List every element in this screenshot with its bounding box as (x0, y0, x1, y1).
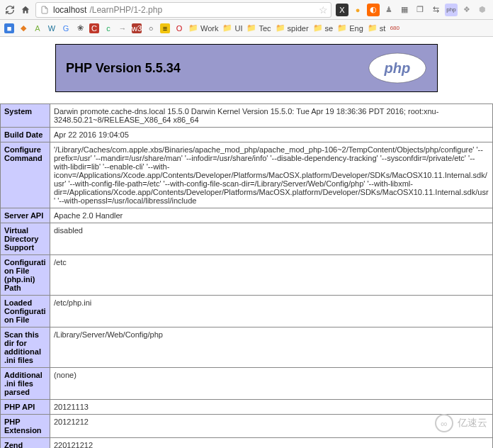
info-value: /etc (50, 255, 493, 296)
opera-icon: O (174, 23, 184, 33)
url-host: localhost (53, 5, 86, 15)
bookmark-google[interactable]: G (61, 23, 71, 33)
table-row: Build DateApr 22 2016 19:04:05 (1, 128, 493, 142)
page-icon (39, 4, 50, 16)
bookmark-folder-eng[interactable]: 📁Eng (337, 23, 363, 33)
arrows-icon[interactable]: ⇆ (429, 4, 442, 16)
home-icon[interactable] (20, 4, 31, 16)
info-key: System (1, 104, 50, 128)
bookmark-star-icon[interactable]: ☆ (319, 4, 328, 16)
bookmark-folder-st[interactable]: 📁st (368, 23, 386, 33)
folder-ui-icon: 📁 (222, 23, 232, 33)
url-path: /LearnPHP/1-2.php (89, 5, 316, 15)
phpinfo-header: PHP Version 5.5.34 php (55, 44, 438, 92)
bookmark-label: Eng (349, 24, 363, 33)
svg-text:php: php (384, 60, 411, 76)
bookmark-label: spider (288, 24, 309, 33)
bookmark-blue-sq[interactable]: ■ (4, 23, 14, 33)
bookmark-label: se (325, 24, 334, 33)
c-green-icon: c (103, 23, 113, 33)
info-value: '/Library/Caches/com.apple.xbs/Binaries/… (50, 142, 493, 208)
table-row: Additional .ini files parsed(none) (1, 368, 493, 400)
info-value: 20121113 (50, 400, 493, 415)
php-icon[interactable]: php (445, 4, 458, 16)
info-key: PHP Extension (1, 415, 50, 438)
table-row: Scan this dir for additional .ini files/… (1, 327, 493, 368)
grey2-icon[interactable]: ⬢ (476, 4, 489, 16)
grid-icon[interactable]: ▦ (398, 4, 411, 16)
php-version-title: PHP Version 5.5.34 (66, 61, 181, 76)
info-value: Apr 22 2016 19:04:05 (50, 128, 493, 142)
info-value: Darwin promote.cache-dns.local 15.5.0 Da… (50, 104, 493, 128)
bookmark-opera[interactable]: O (174, 23, 184, 33)
table-row: Configuration File (php.ini) Path/etc (1, 255, 493, 296)
bookmark-yellow[interactable]: ≡ (160, 23, 170, 33)
paint-icon: ❀ (75, 23, 85, 33)
folder-st-icon: 📁 (368, 23, 378, 33)
info-key: Virtual Directory Support (1, 223, 50, 255)
table-row: SystemDarwin promote.cache-dns.local 15.… (1, 104, 493, 128)
phpinfo-table: SystemDarwin promote.cache-dns.local 15.… (0, 103, 493, 448)
bookmark-label: st (380, 24, 386, 33)
bookmark-folder-tec[interactable]: 📁Tec (246, 23, 271, 33)
php-logo-icon: php (368, 52, 427, 84)
x-ext-icon[interactable]: X (336, 4, 348, 16)
folder-work-icon: 📁 (188, 23, 198, 33)
orange-slash-icon[interactable]: ◐ (367, 4, 380, 16)
reload-icon[interactable] (4, 4, 16, 16)
info-key: Scan this dir for additional .ini files (1, 327, 50, 368)
bookmark-diamond[interactable]: ◆ (18, 23, 28, 33)
bookmark-folder-ui[interactable]: 📁UI (222, 23, 242, 33)
folder-se-icon: 📁 (313, 23, 323, 33)
orange-circle-icon[interactable]: ● (351, 4, 364, 16)
info-value: Apache 2.0 Handler (50, 208, 493, 223)
info-value: disabled (50, 223, 493, 255)
info-key: Zend Extension (1, 438, 50, 449)
chess-icon[interactable]: ♟ (382, 4, 395, 16)
bookmark-red680[interactable]: 680 (390, 23, 400, 33)
bookmark-github[interactable]: ○ (146, 23, 156, 33)
info-value: 220121212 (50, 438, 493, 449)
diamond-icon: ◆ (18, 23, 28, 33)
table-row: Configure Command'/Library/Caches/com.ap… (1, 142, 493, 208)
bookmark-folder-se[interactable]: 📁se (313, 23, 334, 33)
folder-tec-icon: 📁 (246, 23, 256, 33)
github-icon: ○ (146, 23, 156, 33)
bookmarks-bar: ■◆AWG❀Cc→w3○≡O📁Work📁UI📁Tec📁spider📁se📁Eng… (0, 20, 493, 37)
watermark: ∞ 亿速云 (435, 414, 487, 432)
info-key: Configure Command (1, 142, 50, 208)
info-value: (none) (50, 368, 493, 400)
watermark-icon: ∞ (435, 414, 453, 432)
info-value: 20121212 (50, 415, 493, 438)
bookmark-w3[interactable]: w3 (132, 23, 142, 33)
table-row: PHP API20121113 (1, 400, 493, 415)
bookmark-arrow[interactable]: → (118, 23, 128, 33)
info-key: Configuration File (php.ini) Path (1, 255, 50, 296)
info-key: Additional .ini files parsed (1, 368, 50, 400)
bookmark-paint[interactable]: ❀ (75, 23, 85, 33)
browser-nav-bar: localhost/LearnPHP/1-2.php ☆ X●◐♟▦❐⇆php❖… (0, 0, 493, 20)
info-key: PHP API (1, 400, 50, 415)
bookmark-folder-work[interactable]: 📁Work (188, 23, 218, 33)
folder-spider-icon: 📁 (276, 23, 285, 33)
bookmark-android[interactable]: A (33, 23, 42, 33)
url-bar[interactable]: localhost/LearnPHP/1-2.php ☆ (35, 2, 332, 18)
table-row: Zend Extension220121212 (1, 438, 493, 449)
table-row: Virtual Directory Supportdisabled (1, 223, 493, 255)
table-row: Loaded Configuration File/etc/php.ini (1, 296, 493, 327)
grey1-icon[interactable]: ❖ (460, 4, 473, 16)
window-icon[interactable]: ❐ (414, 4, 426, 16)
bookmark-wp[interactable]: W (47, 23, 57, 33)
info-key: Server API (1, 208, 50, 223)
bookmark-label: UI (234, 24, 242, 33)
folder-eng-icon: 📁 (337, 23, 347, 33)
info-value: /Library/Server/Web/Config/php (50, 327, 493, 368)
yellow-icon: ≡ (160, 23, 170, 33)
c-red-icon: C (89, 23, 99, 33)
bookmark-folder-spider[interactable]: 📁spider (276, 23, 309, 33)
bookmark-label: Tec (259, 24, 271, 33)
bookmark-c-green[interactable]: c (103, 23, 113, 33)
red680-icon: 680 (390, 23, 400, 33)
page-content: PHP Version 5.5.34 php SystemDarwin prom… (0, 37, 493, 448)
bookmark-c-red[interactable]: C (89, 23, 99, 33)
